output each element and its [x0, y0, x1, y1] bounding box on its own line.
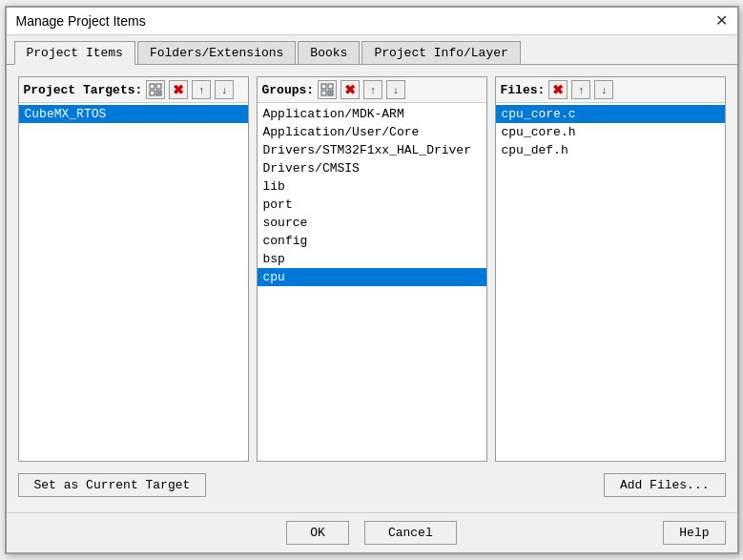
dialog-title: Manage Project Items	[16, 13, 146, 29]
files-panel: Files: ✖ ↑ ↓ cpu_core.c cpu_core.h cpu_d…	[495, 76, 726, 462]
targets-down-button[interactable]: ↓	[215, 80, 234, 99]
tab-project-info-layer[interactable]: Project Info/Layer	[361, 41, 520, 64]
targets-delete-button[interactable]: ✖	[169, 80, 188, 99]
groups-panel: Groups: ✖	[257, 76, 487, 462]
down-arrow-icon: ↓	[602, 84, 608, 95]
title-bar: Manage Project Items ✕	[7, 8, 737, 35]
new-group-icon	[320, 83, 334, 96]
panels-row: Project Targets: ✖	[18, 76, 726, 462]
list-item[interactable]: Application/MDK-ARM	[258, 105, 486, 123]
list-item[interactable]: source	[258, 214, 486, 232]
tab-project-items[interactable]: Project Items	[14, 41, 135, 65]
project-targets-panel: Project Targets: ✖	[18, 76, 249, 462]
new-target-icon	[149, 83, 162, 96]
targets-title: Project Targets:	[24, 83, 143, 97]
groups-down-button[interactable]: ↓	[386, 80, 405, 99]
targets-header: Project Targets: ✖	[19, 77, 248, 103]
targets-new-button[interactable]	[146, 80, 165, 99]
tab-bar: Project Items Folders/Extensions Books P…	[7, 35, 737, 65]
manage-project-items-dialog: Manage Project Items ✕ Project Items Fol…	[5, 6, 739, 554]
ok-button[interactable]: OK	[286, 521, 349, 545]
groups-title: Groups:	[262, 83, 315, 97]
svg-rect-8	[321, 91, 326, 95]
cancel-button[interactable]: Cancel	[364, 521, 457, 545]
delete-icon: ✖	[552, 82, 564, 97]
list-item[interactable]: Application/User/Core	[258, 123, 486, 141]
up-arrow-icon: ↑	[199, 84, 205, 95]
groups-new-button[interactable]	[318, 80, 337, 99]
list-item[interactable]: cpu	[258, 268, 486, 286]
list-item[interactable]: cpu_def.h	[496, 141, 725, 159]
svg-rect-6	[321, 84, 326, 89]
files-delete-button[interactable]: ✖	[548, 80, 568, 99]
groups-up-button[interactable]: ↑	[363, 80, 382, 99]
delete-icon: ✖	[173, 82, 184, 97]
close-button[interactable]: ✕	[715, 13, 728, 29]
groups-header: Groups: ✖	[258, 77, 486, 103]
svg-rect-0	[150, 84, 155, 89]
groups-delete-button[interactable]: ✖	[341, 80, 360, 99]
files-down-button[interactable]: ↓	[594, 80, 613, 99]
help-button[interactable]: Help	[663, 521, 725, 545]
list-item[interactable]: cpu_core.c	[496, 105, 725, 123]
targets-up-button[interactable]: ↑	[192, 80, 211, 99]
up-arrow-icon: ↑	[579, 84, 585, 95]
targets-list: CubeMX_RTOS	[19, 103, 248, 461]
list-item[interactable]: Drivers/STM32F1xx_HAL_Driver	[258, 141, 486, 159]
up-arrow-icon: ↑	[370, 84, 376, 95]
tab-folders-extensions[interactable]: Folders/Extensions	[137, 41, 296, 64]
add-files-button[interactable]: Add Files...	[604, 473, 726, 497]
list-item[interactable]: Drivers/CMSIS	[258, 159, 486, 177]
svg-rect-7	[328, 84, 333, 89]
delete-icon: ✖	[344, 82, 356, 97]
list-item[interactable]: bsp	[258, 250, 486, 268]
groups-list: Application/MDK-ARM Application/User/Cor…	[258, 103, 486, 461]
set-current-target-button[interactable]: Set as Current Target	[18, 473, 207, 497]
tab-books[interactable]: Books	[298, 41, 360, 64]
files-list: cpu_core.c cpu_core.h cpu_def.h	[496, 103, 725, 461]
list-item[interactable]: lib	[258, 177, 486, 196]
svg-rect-1	[156, 84, 161, 89]
files-up-button[interactable]: ↑	[571, 80, 590, 99]
list-item[interactable]: config	[258, 232, 486, 250]
list-item[interactable]: cpu_core.h	[496, 123, 725, 141]
down-arrow-icon: ↓	[222, 84, 228, 95]
footer: OK Cancel Help	[7, 512, 737, 552]
bottom-action-row: Set as Current Target Add Files...	[18, 469, 726, 501]
svg-rect-2	[150, 91, 155, 95]
list-item[interactable]: CubeMX_RTOS	[19, 105, 248, 123]
list-item[interactable]: port	[258, 196, 486, 214]
files-title: Files:	[501, 83, 546, 97]
content-area: Project Targets: ✖	[7, 65, 737, 512]
down-arrow-icon: ↓	[393, 84, 399, 95]
files-header: Files: ✖ ↑ ↓	[496, 77, 725, 103]
